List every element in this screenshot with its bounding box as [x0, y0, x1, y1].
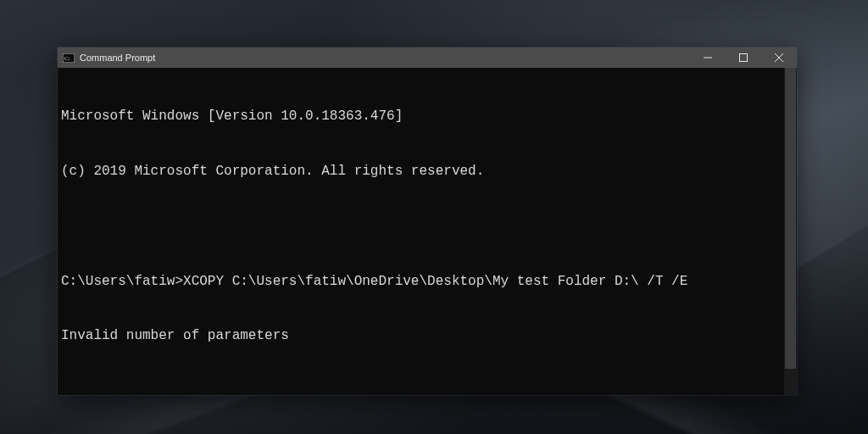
minimize-button[interactable] [690, 47, 726, 68]
maximize-button[interactable] [726, 47, 761, 68]
console-output[interactable]: Microsoft Windows [Version 10.0.18363.47… [58, 68, 797, 395]
titlebar[interactable]: C: Command Prompt [58, 47, 797, 68]
console-line [61, 218, 790, 236]
console-line [61, 382, 790, 395]
desktop-background: C: Command Prompt Microsoft Windows [Ver… [0, 0, 868, 434]
svg-text:C:: C: [64, 55, 70, 62]
console-line: C:\Users\fatiw>XCOPY C:\Users\fatiw\OneD… [61, 273, 790, 292]
console-line: (c) 2019 Microsoft Corporation. All righ… [61, 163, 790, 181]
scrollbar-thumb[interactable] [785, 68, 796, 369]
window-title: Command Prompt [80, 53, 155, 63]
console-line: Invalid number of parameters [61, 327, 790, 346]
cmd-icon: C: [63, 53, 75, 63]
console-line: Microsoft Windows [Version 10.0.18363.47… [61, 108, 790, 126]
close-button[interactable] [761, 47, 797, 68]
svg-rect-3 [740, 54, 748, 62]
vertical-scrollbar[interactable] [784, 68, 797, 395]
command-prompt-window: C: Command Prompt Microsoft Windows [Ver… [58, 47, 797, 395]
